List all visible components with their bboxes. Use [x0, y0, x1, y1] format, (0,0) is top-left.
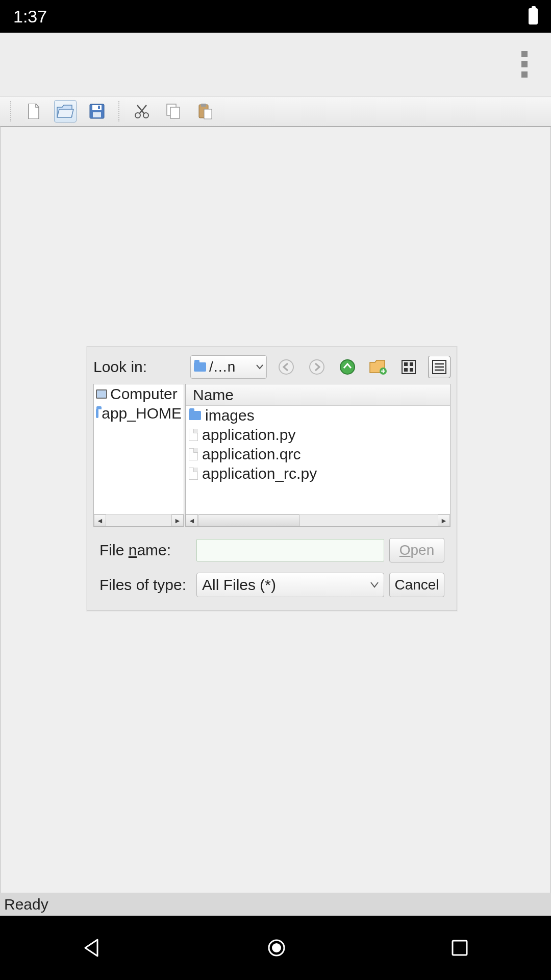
- file-item-label: application.py: [202, 426, 295, 444]
- svg-rect-19: [410, 368, 413, 372]
- svg-point-13: [340, 360, 355, 374]
- back-button[interactable]: [275, 356, 297, 378]
- grid-view-icon: [402, 360, 416, 374]
- new-folder-button[interactable]: [367, 356, 389, 378]
- lookin-combo[interactable]: /…n: [190, 355, 267, 379]
- cancel-button[interactable]: Cancel: [389, 573, 444, 597]
- list-item[interactable]: application.qrc: [186, 445, 450, 464]
- filetype-value: All Files (*): [202, 576, 276, 594]
- filename-input[interactable]: [196, 539, 384, 561]
- copy-icon: [166, 104, 181, 119]
- list-item[interactable]: images: [186, 406, 450, 425]
- toolbar-separator: [118, 101, 120, 121]
- lookin-row: Look in: /…n: [87, 347, 457, 384]
- android-status-bar: 1:37: [0, 0, 551, 33]
- main-toolbar: [0, 96, 551, 127]
- floppy-disk-icon: [89, 104, 105, 119]
- folder-icon: [194, 362, 206, 372]
- svg-rect-16: [404, 362, 408, 366]
- list-item[interactable]: application.py: [186, 425, 450, 445]
- svg-point-11: [279, 360, 293, 374]
- filetype-combo[interactable]: All Files (*): [196, 573, 384, 597]
- paste-button[interactable]: [194, 100, 216, 122]
- lookin-label: Look in:: [93, 358, 185, 376]
- file-icon: [189, 468, 198, 480]
- clipboard-paste-icon: [197, 103, 213, 119]
- clock-text: 1:37: [13, 7, 47, 27]
- folder-new-icon: [369, 359, 387, 375]
- svg-rect-10: [204, 109, 212, 119]
- folder-open-icon: [57, 104, 74, 118]
- back-nav-button[interactable]: [82, 938, 103, 958]
- svg-rect-9: [201, 104, 206, 107]
- computer-icon: [96, 389, 107, 399]
- svg-rect-15: [402, 360, 415, 374]
- document-icon: [28, 104, 40, 119]
- chevron-down-icon: [370, 582, 379, 588]
- scroll-left-icon[interactable]: ◄: [186, 514, 198, 526]
- file-item-label: images: [205, 407, 255, 424]
- svg-rect-17: [410, 362, 413, 366]
- svg-rect-7: [170, 107, 180, 118]
- file-item-label: application.qrc: [202, 446, 300, 463]
- svg-rect-3: [98, 106, 100, 109]
- folder-icon: [189, 411, 201, 420]
- arrow-right-circle-icon: [309, 359, 325, 375]
- filetype-label: Files of type:: [99, 576, 191, 594]
- android-nav-bar: [0, 916, 551, 980]
- scroll-right-icon[interactable]: ►: [438, 514, 450, 526]
- triangle-back-icon: [82, 938, 103, 958]
- file-open-dialog: Look in: /…n: [87, 347, 457, 611]
- file-item-label: application_rc.py: [202, 465, 317, 482]
- new-file-button[interactable]: [22, 100, 45, 122]
- status-text: Ready: [4, 896, 48, 913]
- svg-rect-2: [93, 112, 101, 117]
- svg-rect-1: [92, 105, 102, 110]
- recents-nav-button[interactable]: [450, 939, 469, 957]
- file-list[interactable]: Name images application.py application.q…: [185, 384, 450, 527]
- sidebar-item-label: Computer: [110, 385, 178, 403]
- column-header-name[interactable]: Name: [186, 384, 450, 406]
- scrollbar-thumb[interactable]: [198, 514, 300, 526]
- sidebar-item-computer[interactable]: Computer: [94, 384, 184, 404]
- scroll-left-icon[interactable]: ◄: [94, 514, 106, 526]
- save-file-button[interactable]: [86, 100, 108, 122]
- lookin-value: /…n: [209, 359, 235, 375]
- list-view-icon: [432, 360, 446, 374]
- status-bar: Ready: [0, 893, 551, 916]
- app-action-bar: [0, 33, 551, 96]
- filename-label: File name:: [99, 542, 191, 559]
- scissors-icon: [134, 104, 149, 119]
- svg-point-12: [310, 360, 324, 374]
- places-sidebar[interactable]: Computer app_HOME ◄ ►: [93, 384, 184, 527]
- toolbar-separator: [10, 101, 12, 121]
- open-file-button[interactable]: [54, 100, 77, 122]
- list-item[interactable]: application_rc.py: [186, 464, 450, 483]
- app-window: Look in: /…n: [0, 33, 551, 916]
- svg-rect-18: [404, 368, 408, 372]
- home-nav-button[interactable]: [266, 938, 287, 958]
- overflow-menu-icon[interactable]: [520, 51, 529, 78]
- forward-button[interactable]: [306, 356, 328, 378]
- file-icon: [189, 429, 198, 441]
- sidebar-item-home[interactable]: app_HOME: [94, 404, 184, 423]
- battery-icon: [529, 8, 538, 24]
- open-button[interactable]: Open: [389, 538, 444, 562]
- arrow-up-circle-icon: [339, 359, 356, 375]
- sidebar-hscrollbar[interactable]: ◄ ►: [94, 514, 184, 526]
- sidebar-item-label: app_HOME: [102, 405, 182, 422]
- svg-rect-26: [453, 941, 467, 955]
- filelist-hscrollbar[interactable]: ◄ ►: [186, 514, 450, 526]
- folder-icon: [96, 409, 98, 418]
- chevron-down-icon: [256, 364, 263, 370]
- svg-point-25: [272, 943, 281, 952]
- up-button[interactable]: [336, 356, 359, 378]
- cut-button[interactable]: [131, 100, 153, 122]
- copy-button[interactable]: [162, 100, 185, 122]
- list-view-button[interactable]: [428, 356, 450, 378]
- icon-view-button[interactable]: [397, 356, 420, 378]
- scroll-right-icon[interactable]: ►: [171, 514, 184, 526]
- file-icon: [189, 448, 198, 460]
- document-area: Look in: /…n: [1, 127, 550, 893]
- circle-home-icon: [266, 938, 287, 958]
